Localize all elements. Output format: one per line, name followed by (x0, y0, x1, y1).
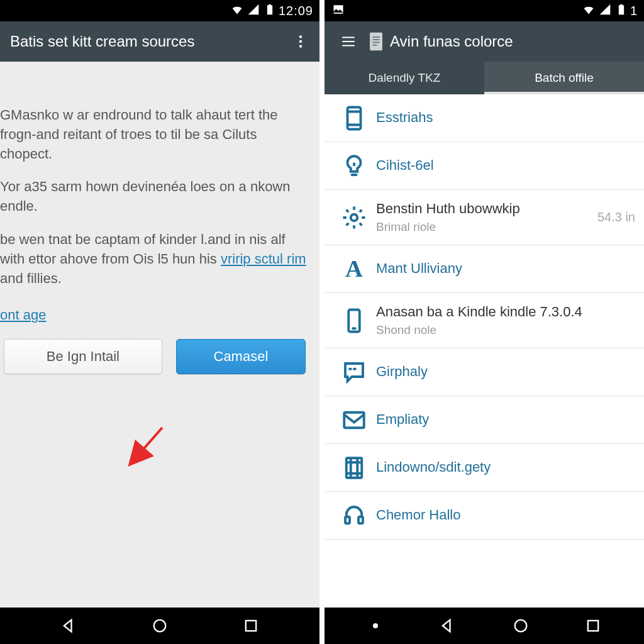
svg-point-2 (299, 45, 302, 47)
wifi-icon (231, 3, 243, 19)
list-item-labels: Cihist-6el (376, 157, 644, 174)
nav-bar (0, 608, 319, 644)
gear-icon (332, 204, 376, 231)
svg-point-9 (351, 214, 358, 221)
nav-recent-button[interactable] (229, 613, 273, 638)
nav-back-button[interactable] (47, 613, 91, 638)
list-item-subtitle: Shond nole (376, 323, 638, 337)
svg-rect-15 (358, 516, 363, 523)
picture-icon (332, 3, 345, 19)
film-icon (332, 455, 376, 481)
svg-rect-13 (347, 458, 362, 478)
status-clock: 12:09 (279, 4, 313, 18)
list-item[interactable]: Anasan ba a Kindle kindle 7.3.0.4Shond n… (325, 293, 644, 348)
battery-icon (615, 3, 628, 19)
list-item-labels: Chemor Hallo (376, 507, 644, 523)
install-button[interactable]: Be Ign Intail (4, 339, 162, 374)
tab-batch-offile[interactable]: Batch offile (484, 62, 644, 94)
body-text: GMasnko w ar endround to talk ahaut tert… (0, 62, 319, 325)
svg-point-1 (299, 40, 302, 43)
svg-rect-12 (344, 412, 364, 428)
svg-rect-17 (588, 621, 598, 631)
paragraph: be wen tnat be captam of kinder l.and in… (0, 230, 308, 288)
tab-strip: Dalendly TKZ Batch offile (325, 62, 644, 94)
list-item-title: Mant Ulliviany (376, 260, 638, 277)
phone-left: 12:09 Batis set kitt cream sources GMasn… (0, 0, 319, 644)
list-item-title: Cihist-6el (376, 157, 638, 174)
list-item[interactable]: Esstriahs (325, 94, 644, 142)
list-item[interactable]: AMant Ulliviany (325, 245, 644, 293)
pointer-arrow-icon (126, 424, 170, 468)
letter-a-icon: A (332, 256, 376, 282)
status-clock: 1 (630, 4, 638, 18)
nav-home-button[interactable] (138, 613, 182, 638)
list-item[interactable]: Lindowno/sdit.gety (325, 444, 644, 492)
svg-text:A: A (345, 256, 363, 282)
tablet-icon (332, 105, 376, 131)
app-list: EsstriahsCihist-6elBenstin Huth ubowwkip… (325, 94, 644, 540)
list-item-labels: Esstriahs (376, 109, 644, 126)
page-title: Batis set kitt cream sources (10, 33, 287, 50)
svg-rect-5 (245, 621, 255, 631)
list-item-labels: Girphaly (376, 364, 644, 380)
tab-dalendly[interactable]: Dalendly TKZ (325, 62, 484, 94)
button-row: Be Ign Intail Camasel (0, 325, 319, 374)
svg-point-4 (154, 620, 166, 632)
list-item-title: Lindowno/sdit.gety (376, 459, 638, 475)
nav-home-button[interactable] (499, 613, 543, 638)
list-item[interactable]: Cihist-6el (325, 142, 644, 190)
svg-line-3 (135, 428, 162, 459)
nav-bar (325, 608, 644, 644)
status-bar: 12:09 (0, 0, 319, 21)
list-item-labels: Lindowno/sdit.gety (376, 459, 644, 475)
battery-icon (264, 3, 276, 19)
chat-icon (332, 359, 376, 386)
signal-icon (599, 3, 611, 19)
phone-icon (332, 308, 376, 334)
cancel-button[interactable]: Camasel (176, 339, 306, 374)
paragraph: Yor a35 sarm hown devinenéa loes on a nk… (0, 177, 308, 216)
inline-link[interactable]: vririp sctul rim (221, 251, 306, 267)
svg-point-0 (299, 35, 302, 38)
list-item[interactable]: Chemor Hallo (325, 492, 644, 540)
panel-divider (319, 0, 325, 644)
list-item[interactable]: Girphaly (325, 348, 644, 396)
list-item-title: Chemor Hallo (376, 507, 638, 523)
link[interactable]: ont age (0, 306, 46, 325)
action-bar: Avin funas colorce (325, 21, 644, 62)
status-icons (582, 3, 628, 19)
list-item[interactable]: Benstin Huth ubowwkipBrimal riole54.3 in (325, 190, 644, 245)
list-item[interactable]: Empliaty (325, 396, 644, 444)
svg-rect-14 (345, 516, 350, 523)
list-item-subtitle: Brimal riole (376, 220, 591, 234)
paragraph: GMasnko w ar endround to talk ahaut tert… (0, 106, 308, 164)
hamburger-menu-icon[interactable] (335, 28, 362, 55)
action-bar: Batis set kitt cream sources (0, 21, 319, 62)
list-item-title: Esstriahs (376, 109, 638, 126)
list-item-title: Girphaly (376, 364, 638, 380)
nav-dot[interactable] (353, 613, 397, 638)
signal-icon (247, 3, 260, 19)
nav-recent-button[interactable] (571, 613, 615, 638)
content-area: GMasnko w ar endround to talk ahaut tert… (0, 62, 319, 608)
wifi-icon (582, 3, 595, 19)
page-title: Avin funas colorce (390, 33, 639, 50)
list-item-title: Empliaty (376, 411, 638, 428)
svg-point-16 (514, 620, 526, 632)
svg-rect-7 (370, 33, 382, 50)
overflow-menu-icon[interactable] (287, 28, 314, 55)
status-bar: 1 (325, 0, 644, 21)
nav-back-button[interactable] (426, 613, 470, 638)
list-item-trailing: 54.3 in (597, 210, 644, 225)
list-item-labels: Benstin Huth ubowwkipBrimal riole (376, 201, 597, 233)
phone-right: 1 Avin funas colorce Dalendly TKZ Batch … (325, 0, 644, 644)
mail-icon (332, 407, 376, 433)
list-item-title: Benstin Huth ubowwkip (376, 201, 591, 217)
bulb-icon (332, 153, 376, 179)
list-item-labels: Mant Ulliviany (376, 260, 644, 277)
headset-icon (332, 502, 376, 529)
content-area: EsstriahsCihist-6elBenstin Huth ubowwkip… (325, 94, 644, 608)
list-item-title: Anasan ba a Kindle kindle 7.3.0.4 (376, 304, 638, 320)
list-item-labels: Empliaty (376, 411, 644, 428)
status-icons (231, 3, 276, 19)
